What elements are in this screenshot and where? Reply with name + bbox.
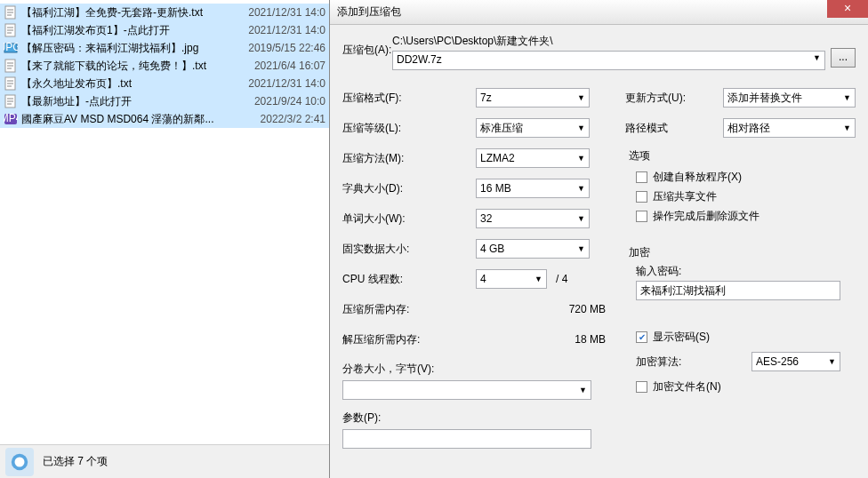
dict-select[interactable]: 16 MB▼: [476, 179, 590, 198]
file-date: 2021/12/31 14:0: [228, 6, 326, 19]
txt-icon: [4, 94, 18, 108]
param-label: 参数(P):: [342, 410, 609, 426]
file-list: 【福利江湖】全免费-无套路-更新快.txt2021/12/31 14:0【福利江…: [0, 0, 329, 128]
file-name: 【永久地址发布页】.txt: [21, 76, 228, 92]
file-date: 2021/12/31 14:0: [228, 77, 326, 90]
encrypt-title: 加密: [629, 245, 856, 260]
right-column: 更新方式(U):添加并替换文件▼ 路径模式相对路径▼ 选项 创建自释放程序(X)…: [625, 83, 856, 449]
cpu-label: CPU 线程数:: [342, 272, 476, 287]
close-button[interactable]: ×: [827, 0, 868, 18]
cpu-total: / 4: [556, 273, 567, 285]
level-select[interactable]: 标准压缩▼: [476, 118, 590, 138]
file-row[interactable]: 【最新地址】-点此打开2021/9/24 10:0: [0, 92, 329, 110]
left-column: 压缩格式(F):7z▼ 压缩等级(L):标准压缩▼ 压缩方法(M):LZMA2▼…: [342, 83, 609, 449]
file-row[interactable]: 【永久地址发布页】.txt2021/12/31 14:0: [0, 75, 329, 92]
file-name: 國產麻豆AV MSD MSD064 淫蕩的新鄰...: [21, 112, 228, 127]
showpwd-checkbox[interactable]: ✔: [636, 331, 647, 343]
jpg-icon: JPG: [4, 41, 18, 55]
delete-label: 操作完成后删除源文件: [653, 209, 760, 224]
dialog-title: 添加到压缩包: [337, 4, 401, 20]
svg-point-25: [15, 457, 25, 466]
selection-icon: [5, 448, 34, 476]
txt-icon: [4, 23, 18, 37]
word-select[interactable]: 32▼: [476, 209, 590, 228]
solid-label: 固实数据大小:: [342, 242, 476, 257]
file-date: 2019/5/15 22:46: [228, 42, 326, 54]
mp4-icon: MP4: [4, 112, 18, 126]
file-name: 【福利江湖】全免费-无套路-更新快.txt: [21, 5, 228, 20]
file-date: 2021/9/24 10:0: [228, 95, 326, 108]
file-name: 【解压密码：来福利江湖找福利】.jpg: [21, 41, 228, 56]
txt-icon: [4, 5, 18, 20]
file-row[interactable]: JPG【解压密码：来福利江湖找福利】.jpg2019/5/15 22:46: [0, 39, 329, 57]
file-name: 【福利江湖发布页1】-点此打开: [21, 23, 228, 38]
file-row[interactable]: 【福利江湖发布页1】-点此打开2021/12/31 14:0: [0, 21, 329, 39]
sfx-label: 创建自释放程序(X): [653, 170, 742, 185]
status-text: 已选择 7 个项: [43, 454, 108, 469]
share-checkbox[interactable]: [636, 191, 647, 203]
file-row[interactable]: MP4國產麻豆AV MSD MSD064 淫蕩的新鄰...2022/3/2 2:…: [0, 110, 329, 128]
file-row[interactable]: 【福利江湖】全免费-无套路-更新快.txt2021/12/31 14:0: [0, 4, 329, 21]
solid-select[interactable]: 4 GB▼: [476, 239, 590, 259]
encnames-checkbox[interactable]: [636, 381, 647, 393]
svg-text:JPG: JPG: [4, 41, 18, 53]
cpu-select[interactable]: 4▼: [476, 269, 547, 289]
pathmode-label: 路径模式: [625, 121, 723, 136]
method-select[interactable]: LZMA2▼: [476, 148, 590, 168]
format-select[interactable]: 7z▼: [476, 88, 590, 108]
mem-comp-label: 压缩所需内存:: [342, 302, 476, 317]
txt-icon: [4, 59, 18, 73]
dialog-titlebar: 添加到压缩包: [330, 0, 868, 25]
file-date: 2021/12/31 14:0: [228, 24, 326, 36]
archive-dialog: 添加到压缩包 × 压缩包(A): C:\Users\PC\Desktop\新建文…: [329, 0, 868, 478]
level-label: 压缩等级(L):: [342, 121, 476, 136]
archive-filename-input[interactable]: DD2W.7z▼: [392, 51, 825, 70]
password-input[interactable]: [636, 281, 840, 300]
delete-checkbox[interactable]: [636, 211, 647, 222]
update-select[interactable]: 添加并替换文件▼: [723, 88, 856, 108]
mem-comp-value: 720 MB: [476, 303, 609, 315]
algo-select[interactable]: AES-256▼: [751, 352, 840, 371]
share-label: 压缩共享文件: [653, 189, 717, 204]
sfx-checkbox[interactable]: [636, 171, 647, 183]
mem-decomp-value: 18 MB: [476, 333, 609, 346]
update-label: 更新方式(U):: [625, 91, 723, 106]
archive-path: C:\Users\PC\Desktop\新建文件夹\: [392, 34, 825, 49]
algo-label: 加密算法:: [636, 355, 751, 370]
encnames-label: 加密文件名(N): [653, 379, 721, 394]
param-input[interactable]: [342, 429, 591, 449]
pathmode-select[interactable]: 相对路径▼: [723, 118, 856, 138]
mem-decomp-label: 解压缩所需内存:: [342, 332, 476, 347]
options-title: 选项: [629, 148, 856, 163]
format-label: 压缩格式(F):: [342, 91, 476, 106]
word-label: 单词大小(W):: [342, 211, 476, 227]
pwd-label: 输入密码:: [625, 264, 856, 279]
file-date: 2022/3/2 2:41: [228, 113, 326, 125]
file-date: 2021/6/4 16:07: [228, 60, 326, 72]
file-row[interactable]: 【来了就能下载的论坛，纯免费！】.txt2021/6/4 16:07: [0, 57, 329, 75]
txt-icon: [4, 76, 18, 91]
file-name: 【最新地址】-点此打开: [21, 94, 228, 109]
file-list-panel: 【福利江湖】全免费-无套路-更新快.txt2021/12/31 14:0【福利江…: [0, 0, 329, 478]
split-select[interactable]: ▼: [342, 380, 591, 400]
method-label: 压缩方法(M):: [342, 151, 476, 166]
archive-label: 压缩包(A):: [342, 34, 392, 58]
dict-label: 字典大小(D):: [342, 181, 476, 196]
showpwd-label: 显示密码(S): [653, 330, 710, 345]
split-label: 分卷大小，字节(V):: [342, 362, 609, 377]
status-bar: 已选择 7 个项: [0, 444, 329, 478]
browse-button[interactable]: ...: [831, 48, 856, 68]
file-name: 【来了就能下载的论坛，纯免费！】.txt: [21, 59, 228, 74]
svg-text:MP4: MP4: [4, 112, 18, 124]
